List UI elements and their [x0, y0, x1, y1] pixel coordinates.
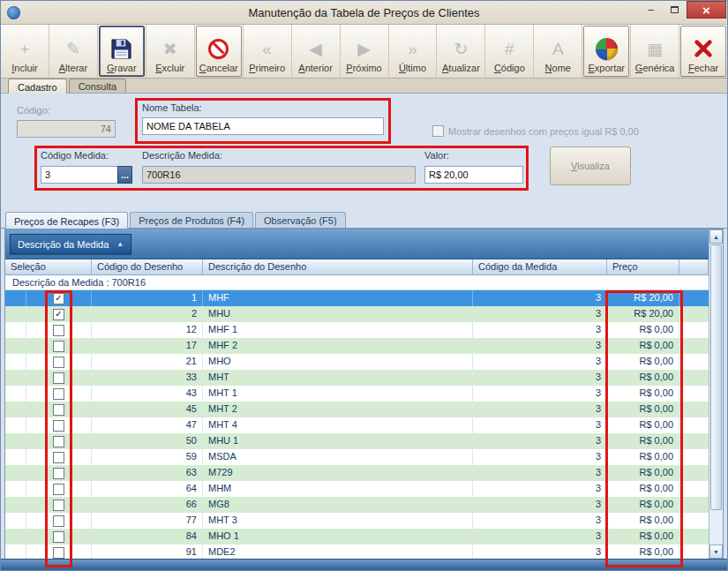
atualizar-button[interactable]: ↻ Atualizar — [438, 26, 484, 77]
tab-precos-produtos[interactable]: Preços de Produtos (F4) — [130, 212, 253, 228]
row-checkbox[interactable] — [53, 388, 64, 400]
close-button[interactable]: × — [687, 1, 726, 19]
row-codigo-medida: 3 — [473, 529, 607, 545]
table-row[interactable]: 45MHT 23R$ 0,00 — [5, 402, 709, 417]
table-row[interactable]: ✓2MHU3R$ 20,00 — [5, 306, 709, 322]
row-select-cell — [26, 465, 92, 481]
exportar-button[interactable]: Exportar — [583, 26, 629, 77]
minimize-button[interactable]: – — [639, 1, 663, 19]
row-checkbox[interactable] — [53, 404, 64, 416]
row-preco: R$ 0,00 — [607, 338, 679, 354]
row-checkbox[interactable] — [53, 484, 64, 495]
row-codigo-medida: 3 — [473, 338, 607, 354]
nome-button[interactable]: A Nome — [535, 26, 581, 77]
row-codigo-medida: 3 — [473, 290, 607, 306]
table-row[interactable]: 64MHM3R$ 0,00 — [5, 481, 709, 497]
alterar-button[interactable]: ✎ Alterar — [50, 26, 96, 77]
nome-tabela-input[interactable] — [142, 117, 384, 135]
cancelar-button[interactable]: Cancelar — [196, 26, 242, 77]
gravar-button[interactable]: Gravar — [99, 26, 145, 77]
table-row[interactable]: 50MHU 13R$ 0,00 — [5, 433, 709, 449]
table-row[interactable]: 66MG83R$ 0,00 — [5, 497, 709, 513]
row-descricao-desenho: MSDA — [203, 449, 473, 465]
row-checkbox[interactable] — [53, 468, 64, 479]
scroll-down-button[interactable]: ▼ — [709, 545, 723, 559]
codigo-medida-input[interactable] — [41, 166, 118, 184]
table-row[interactable]: 17MHF 23R$ 0,00 — [5, 338, 709, 354]
tab-cadastro[interactable]: Cadastro — [8, 79, 67, 94]
table-row[interactable]: 63M7293R$ 0,00 — [5, 465, 709, 481]
anterior-button[interactable]: ◀ Anterior — [293, 26, 339, 77]
row-group-indent — [5, 449, 26, 465]
row-checkbox[interactable] — [53, 436, 64, 447]
row-checkbox[interactable] — [53, 531, 64, 543]
cadastro-form: Código: Nome Tabela: Mostrar desenhos co… — [1, 94, 727, 209]
atualizar-label: Atualizar — [442, 63, 480, 73]
table-row[interactable]: 43MHT 13R$ 0,00 — [5, 386, 709, 402]
row-checkbox[interactable] — [53, 420, 64, 432]
codigo-button[interactable]: # Código — [486, 26, 532, 77]
row-group-indent — [5, 370, 26, 386]
row-filler — [679, 354, 709, 370]
nome-tabela-label: Nome Tabela: — [142, 102, 202, 113]
row-checkbox[interactable]: ✓ — [53, 309, 64, 320]
valor-input[interactable] — [424, 166, 523, 184]
column-header-selecao[interactable]: Seleção — [5, 259, 92, 274]
row-select-cell: ✓ — [26, 290, 92, 306]
row-filler — [679, 497, 709, 513]
sort-ascending-icon: ▲ — [116, 241, 124, 248]
row-checkbox[interactable] — [53, 452, 64, 463]
group-by-panel[interactable]: Descrição da Medida ▲ — [5, 229, 709, 259]
table-row[interactable]: 77MHT 33R$ 0,00 — [5, 513, 709, 529]
column-header-codigo-medida[interactable]: Código da Medida — [473, 259, 607, 274]
vertical-scrollbar[interactable]: ▲ ▼ — [709, 229, 723, 559]
group-row[interactable]: Descrição da Medida : 700R16 — [5, 275, 709, 290]
generica-button[interactable]: ▦ Genérica — [632, 26, 678, 77]
row-descricao-desenho: M729 — [203, 465, 473, 481]
row-codigo-desenho: 45 — [92, 402, 203, 417]
descricao-medida-field[interactable] — [142, 166, 416, 184]
row-checkbox[interactable] — [53, 341, 64, 352]
row-preco: R$ 0,00 — [607, 322, 679, 338]
row-checkbox[interactable] — [53, 357, 64, 368]
codigo-field[interactable] — [17, 120, 116, 138]
row-checkbox[interactable] — [53, 515, 64, 527]
fechar-button[interactable]: Fechar — [680, 26, 726, 77]
table-row[interactable]: ✓1MHF3R$ 20,00 — [5, 290, 709, 306]
tab-observacao[interactable]: Observação (F5) — [255, 212, 346, 228]
row-select-cell — [26, 497, 92, 513]
row-checkbox[interactable] — [53, 325, 64, 336]
group-by-button[interactable]: Descrição da Medida ▲ — [10, 234, 131, 254]
ultimo-button[interactable]: » Último — [390, 26, 436, 77]
tab-consulta[interactable]: Consulta — [69, 79, 126, 93]
primeiro-button[interactable]: « Primeiro — [244, 26, 290, 77]
row-group-indent — [5, 290, 26, 306]
titlebar[interactable]: Manutenção da Tabela de Preços de Client… — [1, 1, 727, 25]
scrollbar-thumb[interactable] — [710, 244, 722, 510]
row-checkbox[interactable] — [53, 547, 64, 559]
table-row[interactable]: 84MHO 13R$ 0,00 — [5, 529, 709, 545]
proximo-button[interactable]: ▶ Próximo — [341, 26, 387, 77]
maximize-button[interactable] — [663, 1, 687, 19]
visualiza-button[interactable]: Visualiza — [550, 147, 631, 185]
column-header-codigo-desenho[interactable]: Código do Desenho — [92, 259, 203, 274]
column-header-preco[interactable]: Preço — [607, 259, 679, 274]
table-row[interactable]: 33MHT3R$ 0,00 — [5, 370, 709, 386]
excluir-button[interactable]: ✖ Excluir — [147, 26, 193, 77]
row-group-indent — [5, 306, 26, 322]
incluir-button[interactable]: + Incluir — [2, 26, 48, 77]
row-checkbox[interactable] — [53, 500, 64, 511]
table-row[interactable]: 47MHT 43R$ 0,00 — [5, 417, 709, 433]
mostrar-desenhos-checkbox[interactable] — [432, 125, 444, 137]
scroll-up-button[interactable]: ▲ — [709, 229, 723, 244]
row-checkbox[interactable] — [53, 372, 64, 384]
codigo-medida-lookup-button[interactable]: ... — [117, 166, 132, 184]
table-row[interactable]: 91MDE23R$ 0,00 — [5, 545, 709, 559]
table-row[interactable]: 21MHO3R$ 0,00 — [5, 354, 709, 370]
tab-precos-recapes[interactable]: Preços de Recapes (F3) — [5, 212, 128, 229]
column-header-descricao-desenho[interactable]: Descrição do Desenho — [203, 259, 473, 274]
previous-record-icon: ◀ — [309, 34, 322, 63]
table-row[interactable]: 59MSDA3R$ 0,00 — [5, 449, 709, 465]
row-checkbox[interactable]: ✓ — [53, 293, 64, 304]
table-row[interactable]: 12MHF 13R$ 0,00 — [5, 322, 709, 338]
